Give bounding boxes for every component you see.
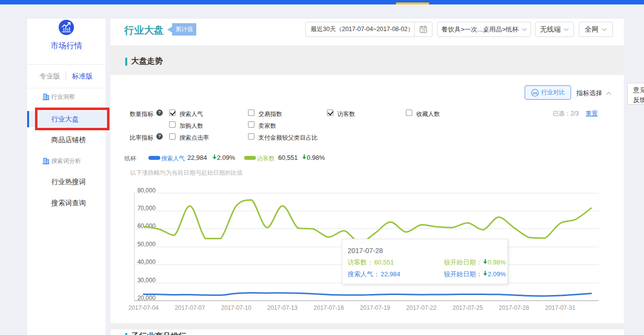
date-range-value: 最近30天（2017-07-04~2017-08-02）	[306, 25, 414, 34]
sidebar-item-搜索词查询[interactable]: 搜索词查询	[27, 195, 106, 211]
divider	[27, 64, 106, 65]
tooltip-ref-label: 较开始日期：	[444, 270, 482, 278]
x-axis-label: 2017-07-22	[406, 304, 437, 311]
tooltip-date: 2017-07-28	[348, 247, 383, 255]
chevron-down-icon	[564, 28, 569, 31]
divider	[66, 71, 66, 80]
sidebar: 市场行情 专业版 标准版 行业洞察行业大盘商品店铺榜搜索词分析行业热搜词搜索词查…	[27, 19, 106, 335]
section-band	[110, 323, 624, 330]
cumulative-tag: 累计值	[172, 23, 196, 36]
x-axis-label: 2017-07-07	[175, 304, 205, 311]
y-axis-label: 50,000	[138, 241, 156, 248]
category-value: 餐饮具>一次...桌用品>纸杯	[441, 25, 518, 34]
page-header: 行业大盘 累计值 最近30天（2017-07-04~2017-08-02） 15…	[110, 19, 624, 45]
series-line-搜索人气[interactable]	[143, 293, 591, 296]
feedback-line: 反馈	[633, 95, 644, 105]
red-highlight-annotation	[35, 108, 109, 130]
svg-text:15: 15	[422, 29, 426, 32]
brand-name: 市场行情	[27, 41, 106, 51]
chevron-down-icon	[522, 28, 527, 31]
tooltip-ref: 较开始日期：0.98%	[444, 258, 506, 267]
tooltip-series-name: 搜索人气：	[348, 270, 380, 278]
next-section-card: 子行业商品排行	[110, 330, 624, 335]
section-title-bar	[125, 333, 127, 335]
date-range-select[interactable]: 最近30天（2017-07-04~2017-08-02） 15	[305, 22, 432, 37]
sidebar-group-行业洞察: 行业洞察	[42, 93, 75, 101]
x-axis-label: 2017-07-13	[267, 304, 298, 311]
category-select[interactable]: 餐饮具>一次...桌用品>纸杯	[437, 22, 531, 37]
series-line-访客数[interactable]	[143, 200, 591, 243]
tooltip-ref-delta: 0.98%	[488, 259, 506, 266]
chevron-down-icon	[602, 28, 607, 31]
y-axis-label: 20,000	[138, 295, 156, 301]
tooltip-ref: 较开始日期：2.09%	[444, 270, 506, 279]
tooltip-row-search: 搜索人气：22,984 较开始日期：2.09%	[348, 270, 503, 279]
section-title-text: 大盘走势	[131, 56, 163, 67]
x-axis-label: 2017-07-10	[221, 304, 251, 311]
tag-arrow	[167, 27, 172, 33]
y-axis-label: 40,000	[138, 259, 156, 265]
sidebar-group-搜索词分析: 搜索词分析	[42, 157, 81, 165]
scope-select[interactable]: 全网	[579, 22, 613, 37]
calendar-glyph: 15	[419, 25, 428, 34]
x-axis-label: 2017-07-25	[453, 304, 483, 311]
trend-chart-card: vs 行业对比 指标选择 数量指标?比率指标?搜索人气交易指数访客数收藏人数加购…	[110, 75, 624, 323]
tooltip-ref-label: 较开始日期：	[444, 259, 482, 266]
top-nav-bar	[0, 0, 644, 4]
divider	[27, 88, 106, 88]
sidebar-item-商品店铺榜[interactable]: 商品店铺榜	[27, 132, 106, 148]
chart-tooltip: 2017-07-28 访客数：60,551 较开始日期：0.98% 搜索人气：2…	[342, 239, 508, 284]
section-title-bar	[125, 58, 127, 66]
terminal-value: 无线端	[540, 25, 561, 34]
tooltip-series-value: 22,984	[381, 270, 400, 278]
x-axis-label: 2017-07-31	[545, 304, 576, 311]
section-title-ranking: 子行业商品排行	[125, 332, 186, 335]
buildings-icon	[42, 93, 49, 100]
tooltip-series-name: 访客数：	[348, 259, 373, 266]
calendar-icon[interactable]: 15	[414, 22, 432, 37]
trend-chart-icon	[59, 20, 74, 35]
active-nav-underline	[396, 2, 429, 4]
feedback-line: 意见	[633, 85, 644, 95]
x-axis-label: 2017-07-16	[314, 304, 344, 311]
down-arrow-icon	[483, 259, 487, 264]
tooltip-row-visitor: 访客数：60,551 较开始日期：0.98%	[348, 258, 503, 267]
tab-pro-version[interactable]: 专业版	[39, 72, 60, 81]
app-logo[interactable]	[59, 20, 74, 35]
section-band: 大盘走势	[110, 45, 624, 75]
terminal-select[interactable]: 无线端	[535, 22, 574, 37]
tab-standard-version[interactable]: 标准版	[72, 72, 93, 81]
sidebar-item-行业热搜词[interactable]: 行业热搜词	[27, 174, 106, 190]
x-axis-label: 2017-07-28	[499, 304, 530, 311]
down-arrow-icon	[483, 271, 487, 276]
scope-value: 全网	[585, 25, 599, 34]
section-title-trend: 大盘走势	[125, 56, 163, 67]
y-axis-label: 30,000	[138, 277, 156, 284]
x-axis-label: 2017-07-19	[360, 304, 391, 311]
page-title: 行业大盘	[124, 24, 164, 37]
y-axis-label: 70,000	[138, 205, 156, 212]
buildings-icon	[42, 157, 49, 164]
tooltip-series-value: 60,551	[374, 259, 394, 266]
version-tabs: 专业版 标准版	[27, 71, 106, 82]
x-axis-label: 2017-07-04	[128, 304, 159, 311]
active-accent-bar	[27, 111, 29, 127]
trend-line-chart[interactable]: 20,00030,00040,00050,00060,00070,00080,0…	[110, 75, 624, 323]
feedback-button[interactable]: 意见 反馈	[627, 83, 644, 105]
y-axis-label: 80,000	[138, 187, 156, 194]
tooltip-ref-delta: 2.09%	[488, 270, 506, 278]
section-title-text: 子行业商品排行	[131, 332, 186, 335]
